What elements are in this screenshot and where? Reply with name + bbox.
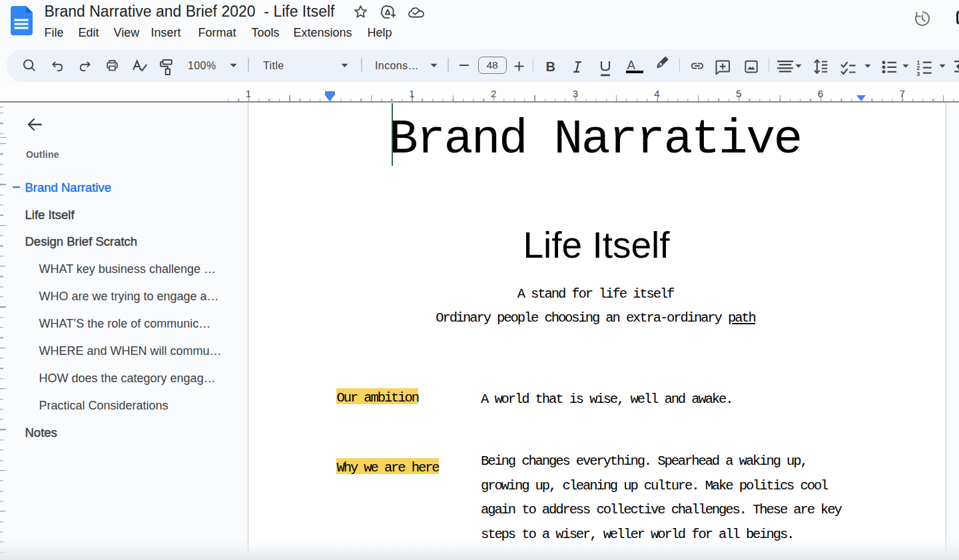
svg-text:3: 3 — [917, 70, 920, 77]
